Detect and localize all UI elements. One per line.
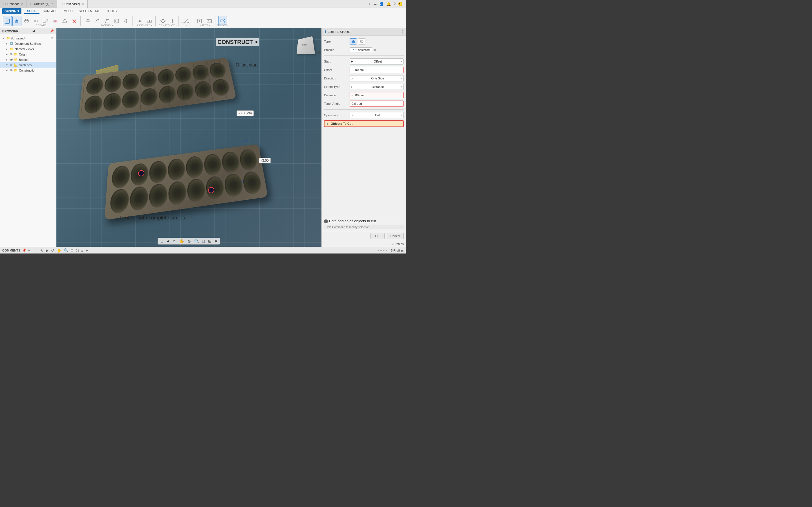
design-dropdown[interactable]: DESIGN ▾	[2, 8, 21, 14]
hole	[208, 62, 227, 79]
operation-select[interactable]: □ Cut ▾	[350, 112, 404, 118]
nav-home-icon[interactable]: ⌂	[161, 239, 163, 243]
cancel-button[interactable]: Cancel	[387, 233, 404, 239]
objects-to-cut-row[interactable]: ▶ Objects To Cut	[324, 120, 404, 127]
tool-cube-status[interactable]: ⬡	[75, 248, 79, 252]
svg-marker-20	[125, 19, 127, 20]
svg-point-24	[139, 20, 141, 22]
direction-select[interactable]: ↗ One Side ▾	[350, 75, 404, 81]
nav-pan-icon[interactable]: ✋	[179, 239, 184, 243]
direction-row: Direction ↗ One Side ▾	[324, 75, 404, 82]
hole	[167, 158, 186, 182]
start-chevron: ▾	[401, 60, 402, 63]
create-label: CREATE	[1, 24, 81, 27]
tray-back	[79, 57, 236, 120]
user-avatar[interactable]: 🙂	[398, 2, 403, 6]
type-revolve-btn[interactable]	[358, 38, 365, 45]
nav-previous-icon[interactable]: ◀	[167, 239, 169, 243]
tab-1-close[interactable]: ✕	[21, 2, 23, 5]
nav-zoom-fit-icon[interactable]: ⊕	[188, 239, 191, 243]
sidebar-item-root[interactable]: ▼ 📁 (Unsaved) 👁	[0, 36, 56, 41]
nav-orbit-icon[interactable]: ↺	[172, 239, 176, 243]
tab-3-close[interactable]: ✕	[82, 2, 84, 5]
tree-arrow-sketches: ▼	[6, 64, 8, 66]
sidebar-item-named-views[interactable]: ▶ 📁 Named Views	[0, 46, 56, 52]
sidebar-collapse[interactable]: ◀	[33, 29, 35, 33]
help-icon[interactable]: ?	[393, 2, 396, 6]
nav-display-icon[interactable]: ⊞	[208, 239, 211, 243]
main-content: BROWSER ◀ 📌 ▼ 📁 (Unsaved) 👁 ▶ ⚙️ Documen…	[0, 28, 406, 247]
sidebar-item-origin[interactable]: ▶ 👁 📁 Origin	[0, 52, 56, 57]
sidebar-item-bodies[interactable]: ▶ 👁 📁 Bodies	[0, 57, 56, 62]
tool-grid-status[interactable]: #	[81, 248, 84, 252]
sidebar-item-doc-settings[interactable]: ▶ ⚙️ Document Settings	[0, 41, 56, 46]
hole	[149, 183, 167, 209]
user-icon[interactable]: 👤	[379, 2, 384, 6]
tab-sheet-metal[interactable]: SHEET METAL	[76, 9, 103, 14]
svg-marker-21	[125, 22, 127, 23]
tool-pointer-status[interactable]: ↖	[40, 248, 43, 252]
status-profiles-count: 6 Profiles	[391, 249, 404, 252]
type-extrude-btn[interactable]	[350, 38, 357, 45]
right-panel: ℹ EDIT FEATURE ⟩ Type	[321, 28, 406, 247]
tool-zoom-status[interactable]: 🔍	[64, 248, 68, 252]
operation-icon: □	[351, 114, 353, 117]
distance-annotation[interactable]: -3.00 cm	[237, 110, 254, 116]
tab-2[interactable]: ◻ Untitled*(1) ✕	[27, 0, 57, 8]
tool-pan-status[interactable]: ✋	[57, 248, 61, 252]
origin-label: Origin	[19, 53, 27, 56]
nav-grid-icon[interactable]: #	[215, 239, 217, 243]
add-tab-button[interactable]: +	[368, 2, 371, 6]
profiles-badge[interactable]: ↗ 6 selected	[350, 47, 372, 52]
three-dot-menu[interactable]: ⋮	[247, 111, 251, 116]
svg-rect-38	[207, 19, 211, 23]
viewcube[interactable]: TOP Right	[293, 34, 316, 56]
tree-arrow-bodies: ▶	[6, 58, 8, 61]
ok-button[interactable]: OK	[370, 233, 385, 239]
tab-1[interactable]: ◻ Untitled* ✕	[0, 0, 27, 8]
type-label: Type	[324, 40, 348, 43]
hole	[103, 92, 121, 112]
sidebar-pin[interactable]: 📌	[50, 29, 54, 33]
distance-input[interactable]: -3.00 cm	[350, 92, 404, 98]
taper-angle-input[interactable]: 0.0 deg	[350, 101, 404, 107]
objects-cut-label: Objects To Cut	[331, 122, 352, 125]
sidebar-item-construction[interactable]: ▶ 👁 📁 Construction	[0, 68, 56, 73]
viewport[interactable]: CONSTRUCT > Offset start -3.00 cm ⋮ -3.0…	[56, 28, 321, 247]
taper-angle-value: 0.0 deg	[352, 102, 362, 105]
inspect-group: INSPECT ▾	[180, 15, 192, 27]
viewcube-inner[interactable]: TOP Right	[297, 36, 315, 54]
comments-pin[interactable]: 📌	[22, 248, 26, 252]
circle-marker-1	[138, 170, 144, 176]
panel-expand-button[interactable]: ⟩	[402, 30, 403, 34]
tab-2-close[interactable]: ✕	[51, 2, 54, 5]
nav-view-mode-icon[interactable]: □	[202, 239, 205, 243]
tab-mesh[interactable]: MESH	[61, 9, 75, 14]
sketches-label: Sketches	[19, 63, 32, 67]
svg-line-41	[223, 19, 225, 21]
tab-surface[interactable]: SURFACE	[40, 9, 60, 14]
comments-expand[interactable]: ▶	[28, 249, 30, 252]
hole	[110, 188, 129, 214]
profiles-clear-button[interactable]: ✕	[374, 48, 376, 52]
start-label: Start	[324, 60, 348, 63]
eye-icon-root[interactable]: 👁	[51, 37, 54, 40]
toolbar-tabs: DESIGN ▾ SOLID SURFACE MESH SHEET METAL …	[0, 8, 406, 15]
tool-play-status[interactable]: ▶	[46, 248, 49, 252]
tab-tools[interactable]: TOOLS	[103, 9, 119, 14]
svg-rect-27	[147, 20, 149, 22]
tab-solid[interactable]: SOLID	[24, 9, 40, 14]
tool-select-status[interactable]: □	[71, 248, 73, 252]
notification-icon[interactable]: 🔔	[386, 2, 391, 6]
sidebar-item-sketches[interactable]: ▼ 👁 📐 Sketches	[0, 62, 56, 68]
objects-cut-arrow: ▶	[327, 122, 329, 125]
tab-3[interactable]: ◻ Untitled*(2) ✕	[57, 0, 88, 8]
offset-input[interactable]: -2.00 cm	[350, 67, 404, 73]
extent-type-select[interactable]: ⊢ Distance ▾	[350, 83, 404, 90]
panel-title: EDIT FEATURE	[327, 30, 350, 34]
tool-more-status[interactable]: +	[86, 248, 88, 252]
tool-orbit-status[interactable]: ↺	[51, 248, 54, 252]
tab-2-label: Untitled*(1)	[34, 2, 50, 6]
nav-zoom-icon[interactable]: 🔍	[194, 239, 199, 243]
start-select[interactable]: ⊢ Offset ▾	[350, 58, 404, 64]
